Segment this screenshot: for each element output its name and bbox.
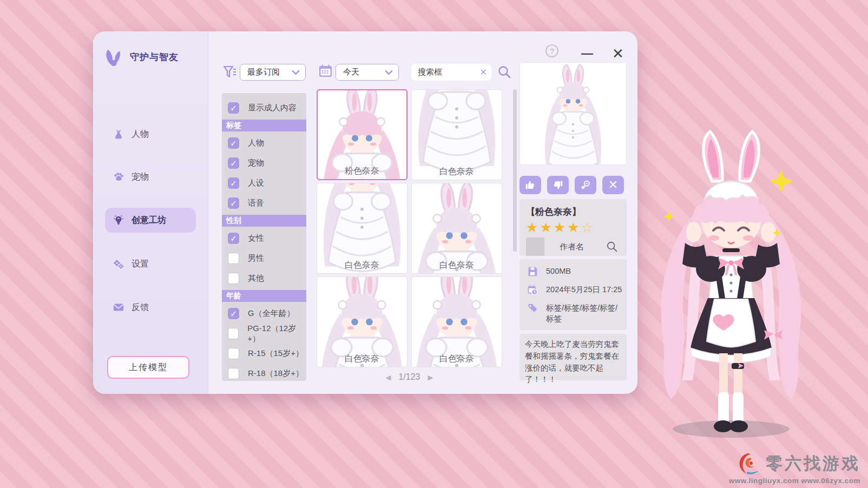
star-full-icon: ★ <box>526 220 540 235</box>
filter-option-r15[interactable]: R-15（15岁+） <box>222 344 306 364</box>
checkbox-unchecked[interactable] <box>228 368 239 379</box>
model-card-label: 白色奈奈 <box>412 260 502 271</box>
author-row: 作者名 <box>526 238 621 256</box>
filter-option-show-adult[interactable]: ✓ 显示成人内容 <box>222 98 306 118</box>
model-card[interactable]: 白色奈奈 <box>317 183 407 274</box>
checkbox-unchecked[interactable] <box>228 273 239 284</box>
model-card[interactable]: 白色奈奈 <box>411 183 502 274</box>
rating-stars[interactable]: ★★★★☆ <box>526 221 621 234</box>
prev-page-button[interactable]: ◀ <box>385 373 391 381</box>
date-row: 2024年5月25日 17:25 <box>527 285 622 295</box>
mail-icon <box>113 301 124 313</box>
model-card[interactable]: 粉色奈奈 <box>317 89 407 180</box>
date-dropdown[interactable]: 今天 <box>336 64 399 81</box>
sidebar-item-feedback[interactable]: 反馈 <box>105 295 196 320</box>
filter-option-r18[interactable]: R-18（18岁+） <box>222 364 306 381</box>
help-button[interactable]: ? <box>545 44 558 57</box>
grid-scrollbar[interactable] <box>513 89 517 252</box>
lightbulb-icon <box>113 214 124 226</box>
upload-model-button[interactable]: 上传模型 <box>107 356 189 379</box>
filter-option-other[interactable]: 其他 <box>222 268 306 288</box>
dress-icon <box>113 128 124 140</box>
checkbox-unchecked[interactable] <box>228 328 239 339</box>
gear-icon <box>113 258 124 270</box>
checkbox-checked[interactable]: ✓ <box>228 197 239 209</box>
filter-option-pets[interactable]: ✓ 宠物 <box>222 153 306 173</box>
watermark-logo-icon <box>738 452 761 476</box>
search-input[interactable] <box>418 68 475 77</box>
mascot-bunny-maid <box>647 126 815 446</box>
sidebar-item-label: 宠物 <box>131 172 149 183</box>
bunny-logo-icon <box>104 47 124 67</box>
checkbox-unchecked[interactable] <box>228 253 239 264</box>
calendar-icon <box>318 64 333 78</box>
sort-dropdown[interactable]: 最多订阅 <box>240 64 306 81</box>
model-card[interactable]: 白色奈奈 <box>411 276 502 367</box>
tag-icon <box>527 303 538 314</box>
sidebar-item-characters[interactable]: 人物 <box>105 122 196 147</box>
model-title: 【粉色奈奈】 <box>526 206 621 218</box>
search-box: ✕ <box>411 64 491 81</box>
file-size-row: 500MB <box>527 266 622 277</box>
dislike-button[interactable] <box>547 176 569 194</box>
model-card-label: 粉色奈奈 <box>318 166 406 177</box>
clear-search-icon[interactable]: ✕ <box>480 67 487 77</box>
file-size-value: 500MB <box>546 266 571 277</box>
checkbox-checked[interactable]: ✓ <box>228 233 239 244</box>
checkbox-checked[interactable]: ✓ <box>228 102 239 114</box>
tags-value: 标签/标签/标签/标签/标签 <box>546 303 622 324</box>
floppy-disk-icon <box>527 266 538 277</box>
calendar-clock-icon <box>527 285 538 295</box>
like-button[interactable] <box>520 176 541 194</box>
filter-option-g-all-ages[interactable]: ✓ G（全年龄） <box>222 304 306 324</box>
model-card[interactable]: 白色奈奈 <box>411 89 502 180</box>
checkbox-checked[interactable]: ✓ <box>228 308 239 319</box>
filter-option-persona[interactable]: ✓ 人设 <box>222 173 306 193</box>
author-search-icon[interactable] <box>606 241 618 253</box>
date-dropdown-value: 今天 <box>343 67 359 77</box>
star-full-icon: ★ <box>554 220 567 235</box>
filter-option-pg12[interactable]: PG-12（12岁+） <box>222 324 306 344</box>
model-card[interactable]: 白色奈奈 <box>317 276 407 367</box>
app-title: 守护与智友 <box>130 51 179 63</box>
search-icon[interactable] <box>497 65 511 79</box>
checkbox-checked[interactable]: ✓ <box>228 137 239 149</box>
filter-option-characters[interactable]: ✓ 人物 <box>222 133 306 153</box>
checkbox-unchecked[interactable] <box>228 348 239 359</box>
watermark-urls: www.lingliuyx.com www.06zyx.com <box>729 477 860 485</box>
star-empty-icon: ☆ <box>581 220 595 235</box>
filter-option-male[interactable]: 男性 <box>222 248 306 268</box>
sidebar-item-pets[interactable]: 宠物 <box>105 164 196 189</box>
model-info-box: 【粉色奈奈】 ★★★★☆ 作者名 <box>520 199 627 256</box>
checkbox-checked[interactable]: ✓ <box>228 177 239 189</box>
close-button[interactable]: ✕ <box>610 45 626 62</box>
filter-panel: ✓ 显示成人内容 标签 ✓ 人物 ✓ 宠物 ✓ 人设 ✓ 语音 性别 ✓ 女性 … <box>222 93 306 381</box>
checkbox-checked[interactable]: ✓ <box>228 157 239 169</box>
next-page-button[interactable]: ▶ <box>428 373 433 381</box>
star-full-icon: ★ <box>540 220 553 235</box>
filter-option-voice[interactable]: ✓ 语音 <box>222 193 306 213</box>
watermark: 零六找游戏 www.lingliuyx.com www.06zyx.com <box>729 452 860 485</box>
model-card-label: 白色奈奈 <box>317 260 407 271</box>
tags-row: 标签/标签/标签/标签/标签 <box>527 303 622 324</box>
author-name: 作者名 <box>560 242 584 252</box>
steam-button[interactable] <box>575 176 596 194</box>
page-indicator: 1/123 <box>398 372 420 382</box>
date-value: 2024年5月25日 17:25 <box>546 285 622 295</box>
filter-section-gender: 性别 <box>222 215 306 227</box>
paw-icon <box>113 171 124 183</box>
minimize-button[interactable]: — <box>579 45 595 62</box>
filter-icon <box>222 64 238 80</box>
sidebar-item-label: 反馈 <box>131 302 149 313</box>
filter-option-female[interactable]: ✓ 女性 <box>222 228 306 248</box>
model-detail-box: 500MB 2024年5月25日 17:25 标签/标签/标签/标签/标签 <box>520 259 627 330</box>
app-logo: 守护与智友 <box>104 47 179 67</box>
sidebar-item-settings[interactable]: 设置 <box>105 252 196 276</box>
watermark-site-name: 零六找游戏 <box>766 452 860 475</box>
sidebar: 守护与智友 人物 宠物 创意工坊 设置 反馈 上传模型 <box>93 31 208 394</box>
dismiss-button[interactable]: ✕ <box>602 176 624 194</box>
steam-icon <box>580 179 591 191</box>
sidebar-item-label: 创意工坊 <box>131 215 166 226</box>
thumbs-up-icon <box>524 179 536 191</box>
sidebar-item-workshop[interactable]: 创意工坊 <box>105 208 196 233</box>
